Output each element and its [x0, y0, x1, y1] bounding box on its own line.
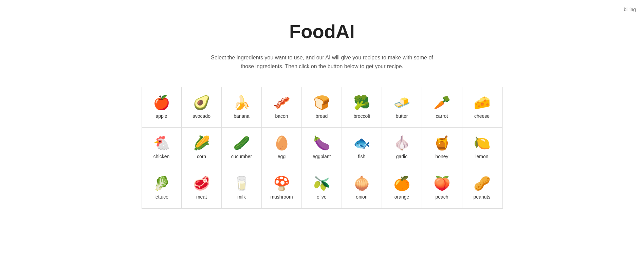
ingredient-card-cucumber[interactable]: 🥒cucumber	[222, 127, 262, 168]
ingredient-card-bacon[interactable]: 🥓bacon	[262, 87, 302, 128]
cucumber-label: cucumber	[231, 154, 252, 159]
ingredient-card-orange[interactable]: 🍊orange	[382, 168, 422, 208]
fish-icon: 🐟	[353, 136, 370, 150]
ingredient-card-olive[interactable]: 🫒olive	[302, 168, 342, 208]
ingredient-card-avocado[interactable]: 🥑avocado	[182, 87, 222, 128]
ingredient-card-broccoli[interactable]: 🥦broccoli	[342, 87, 382, 128]
ingredient-card-cheese[interactable]: 🧀cheese	[462, 87, 502, 128]
ingredient-card-lemon[interactable]: 🍋lemon	[462, 127, 502, 168]
meat-icon: 🥩	[193, 176, 210, 190]
olive-icon: 🫒	[313, 176, 330, 190]
mushroom-icon: 🍄	[273, 176, 290, 190]
onion-label: onion	[356, 194, 367, 200]
carrot-label: carrot	[436, 113, 448, 119]
chicken-label: chicken	[153, 154, 169, 159]
ingredient-card-peach[interactable]: 🍑peach	[422, 168, 462, 208]
honey-icon: 🍯	[434, 136, 450, 150]
ingredient-card-honey[interactable]: 🍯honey	[422, 127, 462, 168]
ingredient-card-onion[interactable]: 🧅onion	[342, 168, 382, 208]
eggplant-label: eggplant	[313, 154, 331, 159]
cheese-icon: 🧀	[474, 96, 491, 109]
onion-icon: 🧅	[353, 176, 370, 190]
butter-label: butter	[396, 113, 408, 119]
ingredient-card-banana[interactable]: 🍌banana	[222, 87, 262, 128]
ingredient-card-bread[interactable]: 🍞bread	[302, 87, 342, 128]
subtitle: Select the ingredients you want to use, …	[207, 53, 438, 71]
orange-label: orange	[394, 194, 409, 200]
milk-label: milk	[237, 194, 246, 200]
ingredient-card-peanuts[interactable]: 🥜peanuts	[462, 168, 502, 208]
ingredient-card-garlic[interactable]: 🧄garlic	[382, 127, 422, 168]
garlic-label: garlic	[396, 154, 407, 159]
ingredient-card-chicken[interactable]: 🐔chicken	[142, 127, 182, 168]
billing-link[interactable]: billing	[624, 7, 636, 12]
apple-icon: 🍎	[153, 96, 170, 109]
ingredient-card-mushroom[interactable]: 🍄mushroom	[262, 168, 302, 208]
peanuts-icon: 🥜	[474, 176, 491, 190]
bread-icon: 🍞	[313, 96, 330, 109]
milk-icon: 🥛	[233, 176, 250, 190]
lemon-label: lemon	[475, 154, 488, 159]
corn-label: corn	[197, 154, 206, 159]
ingredient-card-corn[interactable]: 🌽corn	[182, 127, 222, 168]
banana-icon: 🍌	[233, 96, 250, 109]
ingredient-card-meat[interactable]: 🥩meat	[182, 168, 222, 208]
egg-label: egg	[278, 154, 286, 159]
ingredient-card-fish[interactable]: 🐟fish	[342, 127, 382, 168]
bacon-label: bacon	[275, 113, 288, 119]
broccoli-icon: 🥦	[353, 96, 370, 109]
olive-label: olive	[317, 194, 327, 200]
bread-label: bread	[316, 113, 328, 119]
ingredient-card-egg[interactable]: 🥚egg	[262, 127, 302, 168]
meat-label: meat	[196, 194, 207, 200]
orange-icon: 🍊	[393, 176, 410, 190]
lettuce-icon: 🥬	[153, 176, 170, 190]
ingredient-card-eggplant[interactable]: 🍆eggplant	[302, 127, 342, 168]
ingredient-card-milk[interactable]: 🥛milk	[222, 168, 262, 208]
eggplant-icon: 🍆	[313, 136, 330, 150]
bacon-icon: 🥓	[273, 96, 290, 109]
cucumber-icon: 🥒	[233, 136, 250, 150]
fish-label: fish	[358, 154, 366, 159]
garlic-icon: 🧄	[393, 136, 410, 150]
ingredient-card-apple[interactable]: 🍎apple	[142, 87, 182, 128]
apple-label: apple	[155, 113, 167, 119]
ingredient-card-lettuce[interactable]: 🥬lettuce	[142, 168, 182, 208]
corn-icon: 🌽	[193, 136, 210, 150]
carrot-icon: 🥕	[434, 96, 450, 109]
avocado-icon: 🥑	[193, 96, 210, 109]
mushroom-label: mushroom	[270, 194, 293, 200]
lettuce-label: lettuce	[154, 194, 168, 200]
cheese-label: cheese	[474, 113, 490, 119]
banana-label: banana	[234, 113, 250, 119]
main-container: FoodAI Select the ingredients you want t…	[0, 0, 644, 222]
ingredient-card-carrot[interactable]: 🥕carrot	[422, 87, 462, 128]
peanuts-label: peanuts	[474, 194, 491, 200]
peach-label: peach	[435, 194, 448, 200]
ingredient-card-butter[interactable]: 🧈butter	[382, 87, 422, 128]
egg-icon: 🥚	[273, 136, 290, 150]
avocado-label: avocado	[192, 113, 210, 119]
app-title: FoodAI	[289, 20, 355, 42]
honey-label: honey	[435, 154, 448, 159]
peach-icon: 🍑	[434, 176, 450, 190]
chicken-icon: 🐔	[153, 136, 170, 150]
butter-icon: 🧈	[393, 96, 410, 109]
ingredients-grid: 🍎apple🥑avocado🍌banana🥓bacon🍞bread🥦brocco…	[142, 87, 503, 209]
broccoli-label: broccoli	[353, 113, 370, 119]
lemon-icon: 🍋	[474, 136, 491, 150]
